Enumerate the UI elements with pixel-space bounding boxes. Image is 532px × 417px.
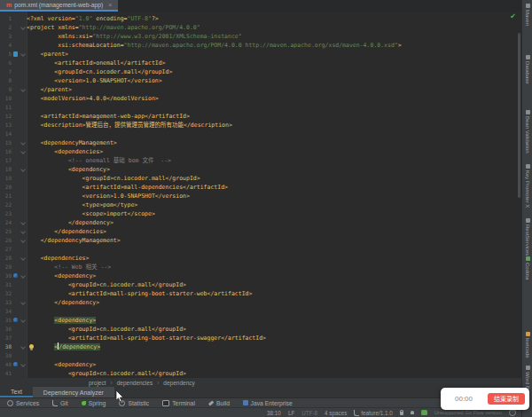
code-text: </dependency> — [27, 298, 99, 307]
tab-dependency-analyzer[interactable]: Dependency Analyzer — [33, 387, 114, 397]
stripe-button-key-promoter-x[interactable]: Key Promoter X — [522, 164, 532, 208]
help-icon[interactable]: ? — [509, 409, 516, 416]
code-line[interactable]: 39 — [0, 351, 521, 360]
mouse-cursor — [115, 390, 124, 403]
fold-marker-icon[interactable] — [20, 87, 26, 92]
line-ending[interactable]: LF — [288, 410, 294, 416]
stripe-button-maven[interactable]: Maven — [522, 4, 532, 26]
lock-icon[interactable] — [400, 412, 403, 415]
code-line[interactable]: 11 — [0, 103, 521, 112]
code-line[interactable]: 23 <scope>import</scope> — [0, 209, 521, 218]
fold-marker-icon[interactable] — [20, 167, 26, 172]
code-line[interactable]: 36 <groupId>cn.iocoder.mall</groupId> — [0, 325, 521, 334]
notifications-icon[interactable] — [411, 411, 415, 415]
code-line[interactable]: 22 <type>pom</type> — [0, 201, 521, 209]
caret-position[interactable]: 38:10 — [267, 410, 281, 416]
fold-marker-icon[interactable] — [20, 25, 26, 30]
code-line[interactable]: 40 <dependency> — [0, 360, 521, 369]
fold-marker-icon[interactable] — [20, 300, 26, 305]
inspections-ok-icon[interactable]: ✔ — [510, 13, 516, 20]
code-editor[interactable]: 1<?xml version="1.0" encoding="UTF-8"?>2… — [0, 12, 521, 378]
code-line[interactable]: 3 xmlns:xsi="http://www.w3.org/2001/XMLS… — [0, 32, 521, 41]
toolwindow-terminal[interactable]: Terminal — [162, 400, 195, 406]
code-line[interactable]: 30 <dependency> — [0, 271, 521, 280]
code-line[interactable]: 16 <dependencies> — [0, 147, 521, 156]
code-line[interactable]: 15 <dependencyManagement> — [0, 138, 521, 147]
stripe-button-codota[interactable]: Codota — [522, 256, 532, 279]
code-line[interactable]: 25 </dependencies> — [0, 227, 521, 236]
code-line[interactable]: 1<?xml version="1.0" encoding="UTF-8"?> — [0, 14, 521, 23]
code-line[interactable]: 9 </parent> — [0, 85, 521, 94]
fold-marker-icon[interactable] — [20, 238, 26, 243]
fold-marker-icon[interactable] — [20, 256, 26, 261]
code-line[interactable]: 20 <artifactId>mall-dependencies</artifa… — [0, 183, 521, 192]
code-line[interactable]: 2<project xmlns="http://maven.apache.org… — [0, 23, 521, 32]
code-line[interactable]: 8 <version>1.0-SNAPSHOT</version> — [0, 76, 521, 85]
fold-marker-icon[interactable] — [20, 362, 26, 367]
tab-text[interactable]: Text — [0, 387, 33, 397]
code-line[interactable]: 17 <!-- onemall 基础 bom 文件 --> — [0, 156, 521, 165]
toolwindow-java-enterprise[interactable]: Java Enterprise — [243, 400, 293, 406]
dependency-nav-icon[interactable] — [13, 318, 18, 322]
code-line[interactable]: 13 <description>管理后台，提供管理员管理的所有功能</descr… — [0, 121, 521, 130]
file-encoding[interactable]: UTF-8 — [301, 410, 317, 416]
code-line[interactable]: 35 <dependency> — [0, 316, 521, 325]
bookmark-icon[interactable] — [13, 51, 18, 57]
code-line[interactable]: 12 <artifactId>management-web-app</artif… — [0, 112, 521, 121]
stripe-button-leetcode[interactable]: leetcode — [522, 332, 532, 358]
gutter — [12, 325, 27, 334]
dependency-nav-icon[interactable] — [13, 362, 18, 366]
stripe-button-bean-validation[interactable]: Bean Validation — [522, 110, 532, 153]
stripe-button-restservices[interactable]: RestServices — [522, 218, 532, 256]
code-line[interactable]: 14 — [0, 130, 521, 138]
code-line[interactable]: 21 <version>1.0-SNAPSHOT</version> — [0, 192, 521, 201]
code-line[interactable]: 26 </dependencyManagement> — [0, 236, 521, 245]
fold-marker-icon[interactable] — [20, 318, 26, 323]
fold-marker-icon[interactable] — [20, 149, 26, 154]
code-line[interactable]: 7 <groupId>cn.iocoder.mall</groupId> — [0, 67, 521, 76]
breadcrumb-dependency[interactable]: dependency — [163, 380, 194, 386]
fold-marker-icon[interactable] — [20, 229, 26, 234]
code-line[interactable]: 34 — [0, 307, 521, 316]
editor-scrollbar[interactable] — [518, 33, 520, 198]
indent-setting[interactable]: 4 spaces — [325, 410, 347, 416]
code-line[interactable]: 24 </dependency> — [0, 218, 521, 227]
toolwindow-services[interactable]: Services — [7, 400, 39, 406]
code-line[interactable]: 33 </dependency> — [0, 298, 521, 307]
fold-marker-icon[interactable] — [20, 51, 26, 57]
code-line[interactable]: 38 </dependency> — [0, 342, 521, 351]
intention-bulb-icon[interactable] — [29, 344, 34, 349]
gutter — [12, 271, 27, 280]
toolwindow-build[interactable]: Build — [208, 400, 230, 406]
code-line[interactable]: 37 <artifactId>mall-spring-boot-starter-… — [0, 334, 521, 342]
breadcrumb-dependencies[interactable]: dependencies — [117, 380, 153, 386]
line-number: 29 — [0, 263, 12, 271]
code-line[interactable]: 41 <groupId>cn.iocoder.mall</groupId> — [0, 369, 521, 378]
stripe-button-database[interactable]: Database — [522, 55, 532, 84]
toolwindow-spring[interactable]: Spring — [82, 400, 106, 406]
fold-marker-icon[interactable] — [20, 344, 26, 350]
git-branch-widget[interactable]: feature/1.1.0 — [354, 410, 392, 416]
code-line[interactable]: 10 <modelVersion>4.0.0</modelVersion> — [0, 94, 521, 103]
code-line[interactable]: 18 <dependency> — [0, 165, 521, 174]
editor-tab-pom[interactable]: m pom.xml (management-web-app) × — [0, 0, 118, 12]
code-line[interactable]: 4 xsi:schemaLocation="http://maven.apach… — [0, 41, 521, 50]
dependency-nav-icon[interactable] — [13, 273, 18, 278]
code-line[interactable]: 31 <groupId>cn.iocoder.mall</groupId> — [0, 280, 521, 289]
toolwindow-git[interactable]: Git — [52, 400, 68, 406]
breadcrumb-project[interactable]: project — [89, 380, 106, 386]
fold-marker-icon[interactable] — [20, 220, 26, 225]
code-line[interactable]: 32 <artifactId>mall-spring-boot-starter-… — [0, 289, 521, 298]
fold-marker-icon[interactable] — [20, 273, 26, 279]
code-line[interactable]: 27 — [0, 245, 521, 254]
code-line[interactable]: 19 <groupId>cn.iocoder.mall</groupId> — [0, 174, 521, 183]
close-tab-icon[interactable]: × — [108, 2, 112, 8]
code-line[interactable]: 28 <dependencies> — [0, 254, 521, 263]
code-text: <groupId>cn.iocoder.mall</groupId> — [27, 325, 186, 334]
code-line[interactable]: 6 <artifactId>onemall</artifactId> — [0, 59, 521, 67]
stop-recording-button[interactable]: 结束录制 — [488, 393, 525, 405]
code-line[interactable]: 5 <parent> — [0, 50, 521, 59]
fold-marker-icon[interactable] — [20, 140, 26, 146]
plugin-status-icon[interactable] — [421, 410, 427, 416]
code-line[interactable]: 29 <!-- Web 相关 --> — [0, 263, 521, 271]
